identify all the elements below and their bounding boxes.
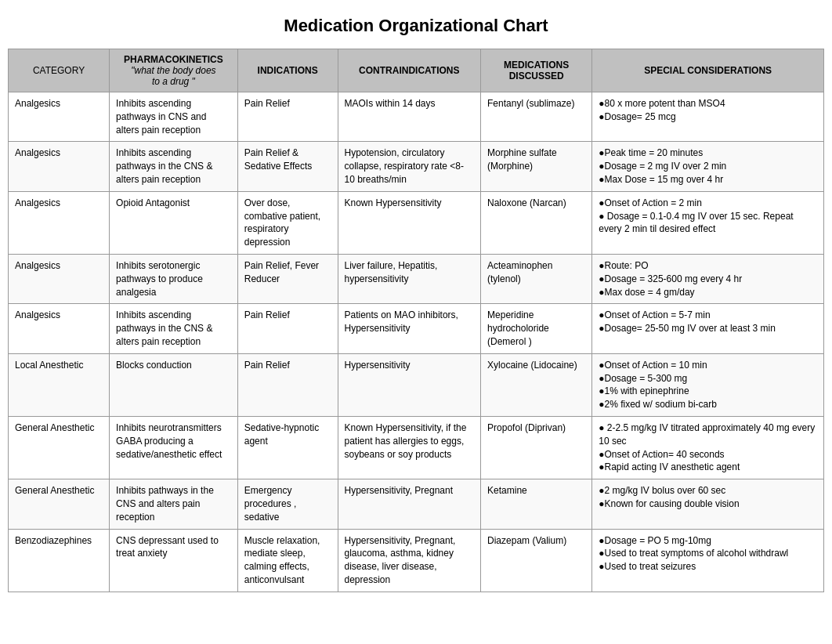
cell-meds: Meperidine hydrocholoride (Demerol ): [481, 304, 592, 353]
cell-indications: Pain Relief &Sedative Effects: [237, 142, 338, 191]
cell-special: ●80 x more potent than MSO4●Dosage= 25 m…: [592, 92, 824, 142]
cell-contra: Liver failure, Hepatitis, hypersensitivi…: [338, 254, 481, 303]
table-row: AnalgesicsInhibits ascending pathways in…: [9, 304, 824, 353]
medication-table: CATEGORY PHARMACOKINETICS"what the body …: [8, 49, 824, 592]
header-category: CATEGORY: [9, 49, 110, 92]
cell-contra: Known Hypersensitivity: [338, 191, 481, 254]
cell-indications: Pain Relief: [237, 353, 338, 416]
table-row: AnalgesicsOpioid AntagonistOver dose, co…: [9, 191, 824, 254]
table-row: BenzodiazephinesCNS depressant used to t…: [9, 529, 824, 592]
table-row: General AnestheticInhibits neurotransmit…: [9, 416, 824, 479]
cell-contra: Hypotension, circulatory collapse, respi…: [338, 142, 481, 191]
cell-category: Analgesics: [9, 142, 110, 191]
cell-meds: Morphine sulfate (Morphine): [481, 142, 592, 191]
cell-special: ●2 mg/kg IV bolus over 60 sec●Known for …: [592, 479, 824, 529]
cell-meds: Acteaminophen (tylenol): [481, 254, 592, 303]
cell-special: ●Peak time = 20 minutes●Dosage = 2 mg IV…: [592, 142, 824, 191]
cell-meds: Xylocaine (Lidocaine): [481, 353, 592, 416]
table-row: AnalgesicsInhibits ascending pathways in…: [9, 142, 824, 191]
cell-special: ●Onset of Action = 10 min●Dosage = 5-300…: [592, 353, 824, 416]
cell-category: General Anesthetic: [9, 479, 110, 529]
cell-indications: Pain Relief: [237, 92, 338, 142]
cell-indications: Sedative-hypnotic agent: [237, 416, 338, 479]
cell-pharma: Inhibits ascending pathways in the CNS &…: [110, 142, 238, 191]
header-medications: MEDICATIONSDISCUSSED: [481, 49, 592, 92]
cell-contra: Patients on MAO inhibitors, Hypersensiti…: [338, 304, 481, 353]
cell-indications: Pain Relief, Fever Reducer: [237, 254, 338, 303]
cell-category: Benzodiazephines: [9, 529, 110, 592]
page-title: Medication Organizational Chart: [8, 16, 824, 36]
cell-meds: Fentanyl (sublimaze): [481, 92, 592, 142]
cell-pharma: Blocks conduction: [110, 353, 238, 416]
page-wrapper: Medication Organizational Chart CATEGORY…: [0, 0, 832, 644]
cell-category: Analgesics: [9, 92, 110, 142]
cell-special: ●Onset of Action = 5-7 min●Dosage= 25-50…: [592, 304, 824, 353]
cell-indications: Pain Relief: [237, 304, 338, 353]
cell-indications: Emergency procedures , sedative: [237, 479, 338, 529]
cell-meds: Ketamine: [481, 479, 592, 529]
table-row: AnalgesicsInhibits serotonergic pathways…: [9, 254, 824, 303]
cell-meds: Diazepam (Valium): [481, 529, 592, 592]
cell-special: ● 2-2.5 mg/kg IV titrated approximately …: [592, 416, 824, 479]
header-contraindications: CONTRAINDICATIONS: [338, 49, 481, 92]
cell-contra: MAOIs within 14 days: [338, 92, 481, 142]
cell-special: ●Dosage = PO 5 mg-10mg●Used to treat sym…: [592, 529, 824, 592]
cell-contra: Hypersensitivity, Pregnant: [338, 479, 481, 529]
cell-special: ●Onset of Action = 2 min● Dosage = 0.1-0…: [592, 191, 824, 254]
cell-category: Analgesics: [9, 254, 110, 303]
cell-pharma: Inhibits pathways in the CNS and alters …: [110, 479, 238, 529]
cell-category: Analgesics: [9, 304, 110, 353]
cell-meds: Naloxone (Narcan): [481, 191, 592, 254]
table-row: Local AnestheticBlocks conductionPain Re…: [9, 353, 824, 416]
cell-indications: Over dose, combative patient, respirator…: [237, 191, 338, 254]
cell-pharma: Inhibits serotonergic pathways to produc…: [110, 254, 238, 303]
header-special: SPECIAL CONSIDERATIONS: [592, 49, 824, 92]
cell-pharma: Inhibits ascending pathways in the CNS &…: [110, 304, 238, 353]
cell-pharma: CNS depressant used to treat anxiety: [110, 529, 238, 592]
cell-category: Local Anesthetic: [9, 353, 110, 416]
cell-category: General Anesthetic: [9, 416, 110, 479]
cell-meds: Propofol (Diprivan): [481, 416, 592, 479]
cell-contra: Known Hypersensitivity, if the patient h…: [338, 416, 481, 479]
cell-special: ●Route: PO●Dosage = 325-600 mg every 4 h…: [592, 254, 824, 303]
cell-pharma: Inhibits neurotransmitters GABA producin…: [110, 416, 238, 479]
cell-pharma: Inhibits ascending pathways in CNS and a…: [110, 92, 238, 142]
cell-indications: Muscle relaxation, mediate sleep, calmin…: [237, 529, 338, 592]
cell-contra: Hypersensitivity: [338, 353, 481, 416]
header-pharmacokinetics: PHARMACOKINETICS"what the body doesto a …: [110, 49, 238, 92]
cell-pharma: Opioid Antagonist: [110, 191, 238, 254]
cell-category: Analgesics: [9, 191, 110, 254]
table-row: General AnestheticInhibits pathways in t…: [9, 479, 824, 529]
cell-contra: Hypersensitivity, Pregnant, glaucoma, as…: [338, 529, 481, 592]
header-indications: INDICATIONS: [237, 49, 338, 92]
table-row: AnalgesicsInhibits ascending pathways in…: [9, 92, 824, 142]
